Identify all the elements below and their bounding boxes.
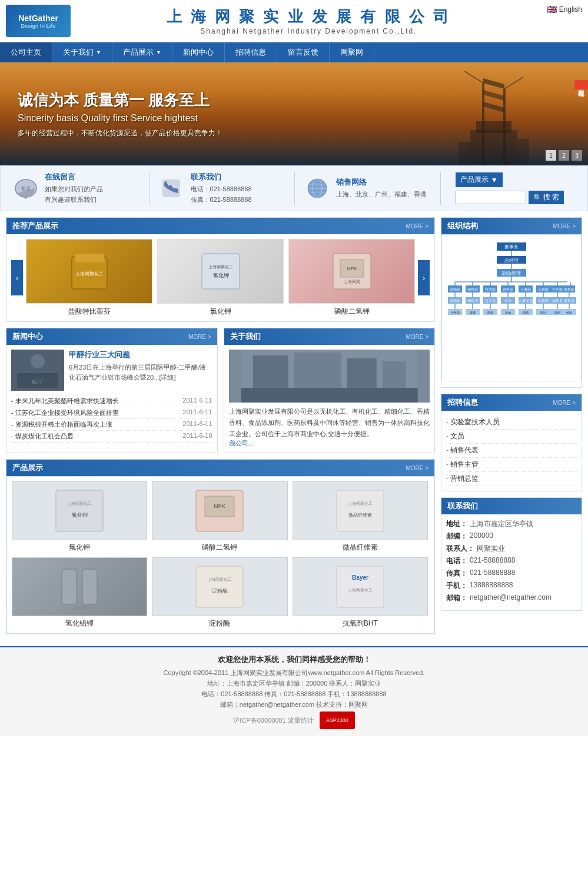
product-name-0: 盐酸特比萘芬 xyxy=(26,307,152,317)
news-link-0[interactable]: 未来几年北美聚酯纤维需求快速增长 xyxy=(11,397,119,405)
recruit-link-1[interactable]: 文员 xyxy=(450,432,464,440)
svg-text:班组: 班组 xyxy=(554,311,560,314)
search-dropdown[interactable]: 产品展示 ▼ xyxy=(456,172,503,187)
news-more[interactable]: MORE > xyxy=(188,334,211,340)
nav-recruit[interactable]: 招聘信息 xyxy=(225,42,277,62)
footer-copyright: Copyright ©2004-2011 上海网聚实业发展有限公司www.net… xyxy=(6,669,582,677)
list-item[interactable]: 上海网聚化工 淀粉酶 淀粉酶 xyxy=(152,557,287,629)
language-selector[interactable]: 🇬🇧 English xyxy=(547,5,582,14)
banner-page-3[interactable]: 3 xyxy=(572,150,582,161)
nav-about[interactable]: 关于我们 ▼ xyxy=(52,42,112,62)
news-feature-title[interactable]: 甲醇行业三大问题 xyxy=(69,350,212,360)
logo[interactable]: NetGather Design In Life xyxy=(6,5,71,37)
svg-text:工程部: 工程部 xyxy=(538,287,549,291)
recommended-products-title: 推荐产品展示 xyxy=(12,221,58,231)
recommended-products-more[interactable]: MORE > xyxy=(406,223,428,230)
banner-page-1[interactable]: 1 xyxy=(546,150,556,161)
about-title: 关于我们 xyxy=(230,331,261,342)
footer: 欢迎您使用本系统，我们同样感受您的帮助！ Copyright ©2004-201… xyxy=(0,646,588,736)
message-title: 在线留言 xyxy=(45,172,140,182)
list-item[interactable]: 上海网聚 氢化铝锂 xyxy=(12,557,147,629)
product-display-grid: 上海网聚化工 氟化钾 氟化钾 MPK 磷酸二氢钾 xyxy=(6,476,434,634)
list-item: 未来几年北美聚酯纤维需求快速增长 2011-6-11 xyxy=(11,395,212,407)
svg-text:MPK: MPK xyxy=(347,266,357,271)
list-item[interactable]: 上海网聚化工 氟化钾 氟化钾 xyxy=(12,481,147,553)
product-display-name-5: 抗氧剂BHT xyxy=(293,619,428,629)
network-info: 销售网络 上海、北京、广州、福建、香港 xyxy=(336,177,431,200)
svg-text:上海网聚化工: 上海网聚化工 xyxy=(348,588,373,592)
product-display-img-0: 上海网聚化工 氟化钾 xyxy=(12,481,147,540)
svg-text:副总经理: 副总经理 xyxy=(502,271,521,276)
recommended-products-header: 推荐产品展示 MORE > xyxy=(6,218,434,234)
news-about-row: 新闻中心 MORE > 化工厂 xyxy=(6,328,435,453)
logo-brand: NetGather xyxy=(18,14,58,23)
message-content: 在线留言 如果您对我们的产品 有兴趣请联系我们 xyxy=(45,172,140,205)
banner-desc: 多年的经营过程中，不断优化货源渠道，使产品价格更具竞争力！ xyxy=(18,128,570,138)
svg-text:上海网聚化工: 上海网聚化工 xyxy=(207,577,232,581)
svg-rect-22 xyxy=(202,254,240,289)
banner-page-2[interactable]: 2 xyxy=(559,150,569,161)
about-header: 关于我们 MORE > xyxy=(224,328,435,345)
nav-products[interactable]: 产品展示 ▼ xyxy=(112,42,172,62)
about-more-link[interactable]: 我公司... xyxy=(229,440,254,447)
product-display-name-2: 微晶纤维素 xyxy=(293,543,428,553)
svg-text:质检部: 质检部 xyxy=(564,287,574,291)
svg-rect-45 xyxy=(337,490,384,531)
list-item[interactable]: 上海网聚化工 微晶纤维素 微晶纤维素 xyxy=(293,481,428,553)
org-chart-more[interactable]: MORE > xyxy=(553,223,576,230)
list-item: 文员 xyxy=(446,430,577,444)
language-label: English xyxy=(559,5,582,14)
recruit-link-4[interactable]: 营销总监 xyxy=(450,474,479,483)
list-item: 销售代表 xyxy=(446,444,577,458)
recruit-link-0[interactable]: 实验室技术人员 xyxy=(450,418,500,426)
list-item[interactable]: MPK 上海网聚 磷酸二氢钾 xyxy=(288,239,415,317)
list-item[interactable]: 上海网聚化工 氯化钾 氯化钾 xyxy=(157,239,284,317)
footer-address: 地址：上海市嘉定区华亭镇 邮编：200000 联系人：网聚实业 xyxy=(6,679,582,688)
news-link-2[interactable]: 资源税很开稀土价格面临再次上涨 xyxy=(11,420,112,429)
product-display-more[interactable]: MORE > xyxy=(406,465,428,471)
recommended-products-showcase: ‹ 上海网聚化工 盐酸特比萘芬 xyxy=(6,234,434,321)
nav-home[interactable]: 公司主页 xyxy=(0,42,52,62)
svg-rect-20 xyxy=(75,254,104,262)
recruit-link-2[interactable]: 销售代表 xyxy=(450,446,479,454)
product-next-button[interactable]: › xyxy=(418,260,430,295)
search-input[interactable] xyxy=(456,191,526,204)
recruit-link-3[interactable]: 销售主管 xyxy=(450,460,479,468)
recruit-more[interactable]: MORE > xyxy=(553,400,576,406)
news-link-1[interactable]: 江苏化工企业接受环境风险全面排查 xyxy=(11,408,119,417)
svg-text:财务部: 财务部 xyxy=(503,287,513,291)
product-display-img-2: 上海网聚化工 微晶纤维素 xyxy=(293,481,428,540)
svg-text:招聘: 招聘 xyxy=(522,311,529,314)
footer-welcome: 欢迎您使用本系统，我们同样感受您的帮助！ xyxy=(6,654,582,665)
news-feature: 化工厂 甲醇行业三大问题 6月23日在上海举行的第三届国际甲醇·二甲醚/液化石油… xyxy=(11,350,212,391)
svg-text:操作员: 操作员 xyxy=(552,299,563,302)
nav-netgather[interactable]: 网聚网 xyxy=(330,42,374,62)
nav-feedback[interactable]: 留言反馈 xyxy=(277,42,330,62)
product-name-2: 磷酸二氢钾 xyxy=(288,307,415,317)
svg-text:检验: 检验 xyxy=(566,311,572,314)
svg-text:技术员: 技术员 xyxy=(484,299,496,302)
news-date-1: 2011-6-11 xyxy=(182,408,212,417)
globe-icon xyxy=(304,175,330,202)
list-item[interactable]: MPK 磷酸二氢钾 xyxy=(152,481,287,553)
product-image-2: MPK 上海网聚 xyxy=(288,239,415,304)
search-button[interactable]: 🔍 搜 索 xyxy=(529,191,564,204)
product-prev-button[interactable]: ‹ xyxy=(11,260,23,295)
svg-text:业务员: 业务员 xyxy=(451,311,460,314)
chevron-down-icon: ▼ xyxy=(156,49,161,55)
svg-text:设计: 设计 xyxy=(540,311,546,314)
contact-header: 联系我们 xyxy=(441,498,582,514)
nav-news[interactable]: 新闻中心 xyxy=(172,42,225,62)
contact-fax: 传真：021-58888888 xyxy=(191,195,286,205)
news-feature-image: 化工厂 xyxy=(11,350,64,391)
main-nav: 公司主页 关于我们 ▼ 产品展示 ▼ 新闻中心 招聘信息 留言反馈 网聚网 xyxy=(0,42,588,62)
about-more[interactable]: MORE > xyxy=(406,334,428,340)
online-service-button[interactable]: 在线客服 xyxy=(574,80,588,89)
list-item[interactable]: 上海网聚化工 盐酸特比萘芬 xyxy=(26,239,152,317)
svg-text:Bayer: Bayer xyxy=(352,574,368,581)
list-item[interactable]: Bayer 上海网聚化工 抗氧剂BHT xyxy=(293,557,428,629)
svg-rect-38 xyxy=(241,388,417,403)
news-list: 未来几年北美聚酯纤维需求快速增长 2011-6-11 江苏化工企业接受环境风险全… xyxy=(11,395,212,443)
recruit-section: 招聘信息 MORE > 实验室技术人员 文员 销售代表 销售主管 xyxy=(441,394,582,491)
news-link-3[interactable]: 煤炭煤化工机会凸显 xyxy=(11,432,74,441)
